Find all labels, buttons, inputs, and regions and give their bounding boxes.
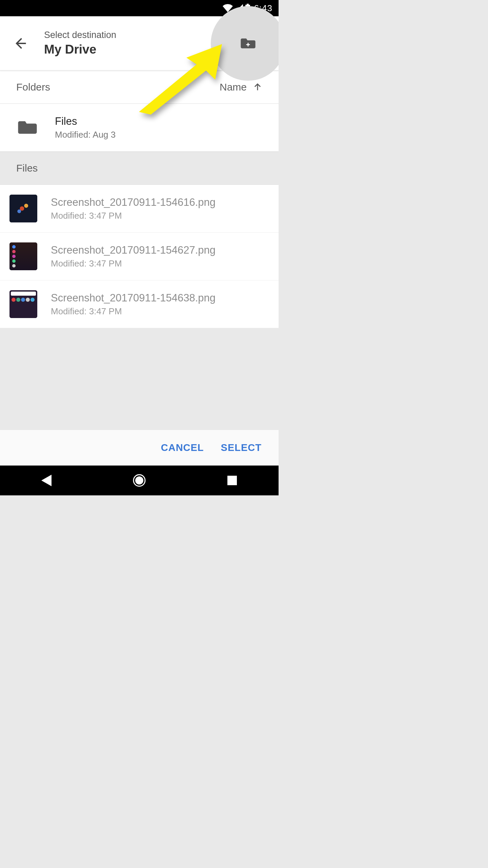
nav-back-icon	[41, 475, 52, 486]
header-titles: Select destination My Drive	[44, 30, 116, 57]
file-modified: Modified: 3:47 PM	[51, 258, 216, 269]
cancel-button[interactable]: CANCEL	[161, 442, 204, 453]
folder-modified: Modified: Aug 3	[55, 130, 116, 140]
sort-control[interactable]: Name	[220, 81, 262, 93]
folders-list: Files Modified: Aug 3	[0, 104, 279, 152]
file-item-text: Screenshot_20170911-154627.png Modified:…	[51, 244, 216, 269]
file-name: Screenshot_20170911-154638.png	[51, 292, 216, 304]
folder-item-text: Files Modified: Aug 3	[55, 115, 116, 140]
sort-by-label: Name	[220, 81, 247, 93]
nav-home-button[interactable]	[119, 470, 160, 491]
file-thumbnail	[9, 290, 37, 318]
file-item[interactable]: Screenshot_20170911-154638.png Modified:…	[0, 280, 279, 328]
header-title: My Drive	[44, 42, 116, 57]
svg-rect-4	[227, 476, 237, 485]
screen: 6:43 Select destination My Drive Folders…	[0, 0, 279, 495]
arrow-up-icon	[253, 82, 262, 92]
folder-name: Files	[55, 115, 116, 127]
svg-rect-0	[247, 4, 249, 5]
folders-section-label: Folders	[16, 81, 50, 93]
file-modified: Modified: 3:47 PM	[51, 211, 216, 221]
file-item[interactable]: Screenshot_20170911-154616.png Modified:…	[0, 185, 279, 233]
folder-icon	[14, 114, 41, 141]
navigation-bar	[0, 466, 279, 495]
file-thumbnail	[9, 195, 37, 222]
file-item[interactable]: Screenshot_20170911-154627.png Modified:…	[0, 233, 279, 280]
app-bar: Select destination My Drive	[0, 16, 279, 71]
folder-item[interactable]: Files Modified: Aug 3	[0, 104, 279, 152]
nav-back-button[interactable]	[26, 470, 67, 491]
back-button[interactable]	[10, 33, 30, 54]
bottom-action-bar: CANCEL SELECT	[0, 430, 279, 466]
file-name: Screenshot_20170911-154616.png	[51, 196, 216, 209]
nav-home-icon	[133, 474, 146, 487]
file-thumbnail	[9, 242, 37, 270]
select-button[interactable]: SELECT	[221, 442, 262, 453]
header-subtitle: Select destination	[44, 30, 116, 40]
svg-point-3	[135, 476, 143, 485]
new-folder-button[interactable]	[211, 6, 279, 81]
file-modified: Modified: 3:47 PM	[51, 306, 216, 317]
files-section-label: Files	[0, 152, 279, 185]
file-name: Screenshot_20170911-154627.png	[51, 244, 216, 256]
files-list: Screenshot_20170911-154616.png Modified:…	[0, 185, 279, 328]
file-item-text: Screenshot_20170911-154616.png Modified:…	[51, 196, 216, 221]
file-item-text: Screenshot_20170911-154638.png Modified:…	[51, 292, 216, 317]
arrow-back-icon	[13, 36, 28, 51]
nav-recent-icon	[227, 476, 237, 485]
new-folder-icon	[241, 37, 256, 50]
nav-recent-button[interactable]	[212, 470, 252, 491]
